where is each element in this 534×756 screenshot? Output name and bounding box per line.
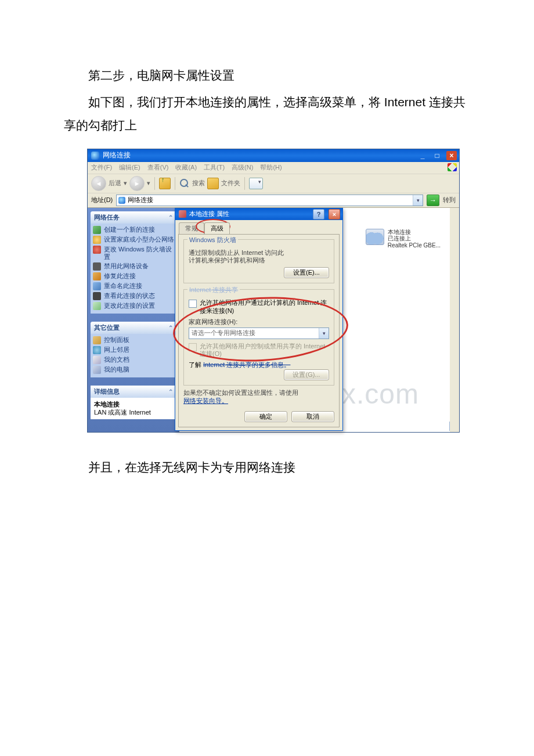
tab-advanced[interactable]: 高级	[204, 222, 230, 234]
allow-control-row: 允许其他网络用户控制或禁用共享的 Internet 连接(O)	[189, 343, 329, 359]
dialog-help-button[interactable]: ?	[313, 209, 324, 219]
task-change-settings[interactable]: 更改此连接的设置	[93, 302, 174, 310]
ok-button[interactable]: 确定	[244, 411, 287, 422]
allow-control-checkbox	[189, 343, 197, 351]
close-button[interactable]: ×	[446, 151, 457, 160]
firewall-settings-button[interactable]: 设置(E)...	[284, 267, 329, 278]
network-tasks-header[interactable]: 网络任务 ⌃	[91, 211, 176, 224]
tab-general[interactable]: 常规	[179, 222, 204, 234]
menu-favorites[interactable]: 收藏(A)	[175, 163, 197, 172]
place-network-neighborhood[interactable]: 网上邻居	[93, 346, 174, 354]
scroll-down-icon[interactable]: ▾	[449, 422, 459, 431]
menu-edit[interactable]: 编辑(E)	[119, 163, 140, 172]
explorer-menubar: 文件(F) 编辑(E) 查看(V) 收藏(A) 工具(T) 高级(N) 帮助(H…	[88, 162, 459, 174]
firewall-desc: 通过限制或防止从 Internet 访问此计算机来保护计算机和网络	[189, 249, 287, 265]
menu-view[interactable]: 查看(V)	[147, 163, 169, 172]
forward-button[interactable]: ►	[129, 176, 145, 191]
home-network-label: 家庭网络连接(H):	[189, 318, 329, 326]
connection-item-local[interactable]: 本地连接 已连接上 Realtek PCIe GBE...	[366, 229, 441, 249]
search-icon[interactable]	[179, 178, 190, 189]
dialog-titlebar: 本地连接 属性 ? ×	[175, 208, 342, 220]
address-icon	[118, 197, 125, 204]
lan-connection-icon	[366, 229, 384, 245]
allow-connect-row[interactable]: 允许其他网络用户通过此计算机的 Internet 连接来连接(N)	[189, 299, 329, 315]
wizard-hint: 如果您不确定如何设置这些属性，请使用 网络安装向导。	[183, 389, 334, 405]
up-folder-icon[interactable]	[159, 178, 171, 189]
home-network-dropdown[interactable]: 请选一个专用网络连接 ▾	[189, 327, 329, 339]
toolbar-separator	[154, 177, 155, 190]
home-network-icon	[93, 236, 101, 244]
properties-dialog: 本地连接 属性 ? × 常规 高级 Windows 防火墙 通过限制或防止从 I…	[175, 208, 343, 431]
task-new-connection[interactable]: 创建一个新的连接	[93, 226, 174, 234]
network-connections-icon	[91, 152, 99, 160]
cancel-button[interactable]: 取消	[291, 411, 334, 422]
place-my-documents[interactable]: 我的文档	[93, 356, 174, 364]
new-connection-icon	[93, 226, 101, 234]
other-places-header[interactable]: 其它位置 ⌃	[91, 322, 176, 334]
network-setup-wizard-link[interactable]: 网络安装向导。	[183, 397, 228, 404]
disable-icon	[93, 262, 101, 271]
my-computer-icon	[93, 366, 101, 374]
task-repair-connection[interactable]: 修复此连接	[93, 272, 174, 280]
task-disable-device[interactable]: 禁用此网络设备	[93, 262, 174, 271]
task-view-status[interactable]: 查看此连接的状态	[93, 292, 174, 300]
task-setup-home-network[interactable]: 设置家庭或小型办公网络	[93, 236, 174, 244]
minimize-button[interactable]: _	[417, 151, 428, 160]
menu-help[interactable]: 帮助(H)	[260, 163, 282, 172]
explorer-body: 网络任务 ⌃ 创建一个新的连接 设置家庭或小型办公网络 更改 Windows 防…	[88, 208, 459, 432]
document-page: 第二步，电脑网卡属性设置 如下图，我们打开本地连接的属性，选择高级菜单，将 In…	[0, 0, 534, 506]
explorer-titlebar: 网络连接 _ □ ×	[88, 149, 459, 162]
dialog-title: 本地连接 属性	[189, 210, 229, 218]
settings-icon	[93, 302, 101, 310]
other-places-block: 其它位置 ⌃ 控制面板 网上邻居 我的文档 我的电脑	[91, 322, 176, 377]
menu-tools[interactable]: 工具(T)	[204, 163, 225, 172]
views-button[interactable]	[249, 178, 263, 189]
paragraph-step-title: 第二步，电脑网卡属性设置	[64, 64, 470, 87]
back-button[interactable]: ◄	[91, 176, 106, 191]
network-places-icon	[93, 346, 101, 354]
control-panel-icon	[93, 336, 101, 344]
back-label: 后退	[109, 179, 121, 188]
connection-device: Realtek PCIe GBE...	[388, 242, 441, 249]
details-header[interactable]: 详细信息 ⌃	[91, 386, 176, 398]
properties-icon	[179, 210, 186, 218]
go-button[interactable]: →	[427, 195, 439, 206]
address-dropdown-icon[interactable]: ▾	[413, 195, 423, 206]
back-drop-icon[interactable]: ▾	[124, 179, 127, 187]
allow-connect-checkbox[interactable]	[189, 300, 197, 308]
forward-drop-icon[interactable]: ▾	[147, 179, 150, 187]
network-tasks-block: 网络任务 ⌃ 创建一个新的连接 设置家庭或小型办公网络 更改 Windows 防…	[91, 211, 176, 314]
paragraph-instruction-2: 并且，在选择无线网卡为专用网络连接	[64, 456, 470, 479]
explorer-title: 网络连接	[103, 150, 131, 160]
folders-icon[interactable]	[207, 178, 219, 189]
dialog-close-button[interactable]: ×	[329, 209, 340, 219]
rename-icon	[93, 282, 101, 290]
windows-flag-icon	[448, 163, 457, 171]
menu-advanced[interactable]: 高级(N)	[232, 163, 253, 172]
dialog-button-row: 确定 取消	[183, 409, 334, 423]
menu-file[interactable]: 文件(F)	[91, 163, 112, 172]
address-bar: 地址(D) 网络连接 ▾ → 转到	[88, 193, 459, 208]
dialog-tabs: 常规 高级	[175, 220, 342, 234]
side-panel: 网络任务 ⌃ 创建一个新的连接 设置家庭或小型办公网络 更改 Windows 防…	[88, 208, 179, 432]
learn-more-link[interactable]: Internet 连接共享的更多信息。	[203, 361, 290, 368]
sharing-group-title: Internet 连接共享	[187, 286, 240, 294]
connection-name: 本地连接	[388, 229, 441, 236]
address-label: 地址(D)	[91, 196, 113, 204]
go-label: 转到	[443, 196, 456, 204]
my-documents-icon	[93, 356, 101, 364]
toolbar-separator	[175, 177, 175, 190]
task-change-firewall[interactable]: 更改 Windows 防火墙设置	[93, 246, 174, 261]
explorer-toolbar: ◄ 后退 ▾ ► ▾ 搜索 文件夹	[88, 174, 459, 193]
advanced-tab-panel: Windows 防火墙 通过限制或防止从 Internet 访问此计算机来保护计…	[178, 234, 340, 427]
details-connection-name: 本地连接	[94, 400, 173, 408]
address-field[interactable]: 网络连接 ▾	[116, 195, 423, 206]
details-connection-type: LAN 或高速 Internet	[94, 408, 173, 416]
task-rename-connection[interactable]: 重命名此连接	[93, 282, 174, 290]
search-label: 搜索	[192, 179, 205, 188]
screenshot-network-connections: 网络连接 _ □ × 文件(F) 编辑(E) 查看(V) 收藏(A) 工具(T)…	[87, 149, 460, 433]
place-control-panel[interactable]: 控制面板	[93, 336, 174, 344]
place-my-computer[interactable]: 我的电脑	[93, 366, 174, 374]
maximize-button[interactable]: □	[432, 151, 442, 160]
collapse-icon: ⌃	[168, 388, 173, 395]
